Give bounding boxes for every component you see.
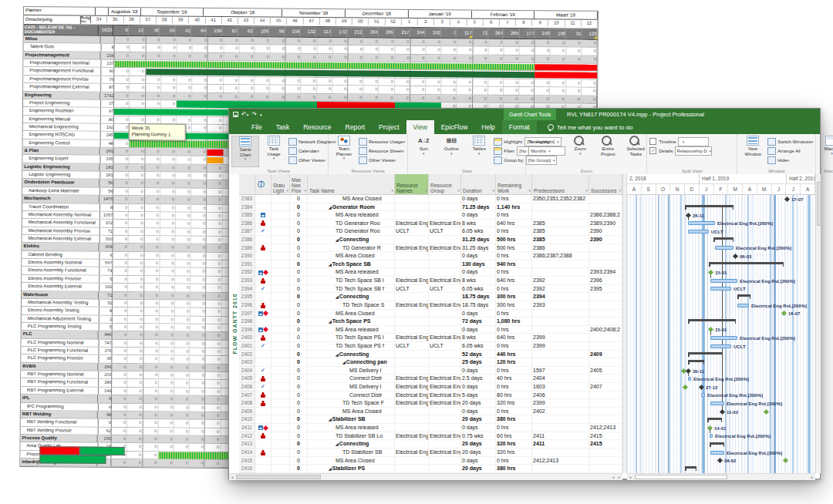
gantt-task-bar[interactable] <box>710 279 737 283</box>
gantt-milestone-icon[interactable] <box>733 254 738 259</box>
team-planner-button[interactable]: Team Planner▾ <box>331 136 357 167</box>
details-control[interactable]: ✓DetailsRelationship D <box>649 146 734 155</box>
outline-button[interactable]: ⊞⊟Outline▾ <box>438 136 464 167</box>
column-header-Statu Light[interactable]: Statu Light <box>271 174 290 194</box>
gantt-summary-bar[interactable] <box>688 319 736 321</box>
task-row[interactable]: 23850MS Area released0 days0 hrs2386;238… <box>239 211 622 220</box>
task-row[interactable]: 24030◢Connecting pan25 days120 hrs <box>239 358 622 367</box>
save-icon[interactable] <box>233 112 238 117</box>
qat-customize-icon[interactable]: ▾ <box>260 112 262 118</box>
task-row[interactable]: 2406✓0MS Delivery lElectrical EngElectri… <box>239 383 622 391</box>
gantt-chart-button[interactable]: Gantt Chart▾ <box>231 136 259 167</box>
table-scroll-thumb[interactable] <box>236 475 321 479</box>
column-header-Remaining Work[interactable]: Remaining Work <box>496 174 532 194</box>
tab-view[interactable]: View <box>406 120 434 134</box>
task-row[interactable]: 23930TD Tech Space SB lElectrical EngEle… <box>239 277 622 285</box>
hide-button[interactable]: Hide▾ <box>767 156 813 164</box>
gantt-milestone-icon[interactable] <box>699 385 704 390</box>
collapse-triangle-icon[interactable]: ◢ <box>329 262 332 267</box>
sort-button[interactable]: A↓ZSort▾ <box>410 136 437 167</box>
task-row[interactable]: 2404✓0MS Delivery l0 days0 hrs15972405 <box>239 367 622 375</box>
scroll-right-arrow2[interactable]: ▸ <box>616 474 622 480</box>
undo-icon[interactable]: ↶▾ <box>241 112 248 118</box>
gantt-task-bar[interactable] <box>710 336 737 340</box>
collapse-triangle-icon[interactable]: ◢ <box>336 352 339 357</box>
macros-button[interactable]: Macros▾ <box>818 136 833 167</box>
gantt-task-bar[interactable] <box>710 434 713 438</box>
gantt-task-bar[interactable] <box>710 344 731 348</box>
tab-report[interactable]: Report <box>339 120 373 134</box>
task-row[interactable]: 24100◢Stabilizer SB20 days380 hrs <box>239 415 622 424</box>
timeline-control[interactable]: Timeline <box>649 137 734 146</box>
column-header-Task Name[interactable]: Task Name <box>308 174 395 194</box>
gantt-summary-bar[interactable] <box>688 352 723 354</box>
gantt-task-bar[interactable] <box>715 246 734 250</box>
task-row[interactable]: 24020◢Connecting52 days440 hrs2409 <box>239 351 622 359</box>
gantt-summary-bar[interactable] <box>710 442 724 445</box>
other-views-2-button[interactable]: Other Views▾ <box>359 156 405 164</box>
tab-epicflow[interactable]: EpicFlow <box>434 120 474 134</box>
arrange-all-button[interactable]: Arrange All <box>767 146 813 155</box>
gantt-milestone-icon[interactable] <box>720 409 725 415</box>
gantt-milestone-icon[interactable] <box>784 196 790 201</box>
entire-project-button[interactable]: Entire Project <box>595 136 621 167</box>
gantt-task-bar[interactable] <box>737 304 749 307</box>
task-row[interactable]: 23840◢Generator Room71.25 days1,140 hrs <box>239 203 622 212</box>
task-row[interactable]: 23970MS Area Closed0 days0 hrs <box>239 310 622 318</box>
task-row[interactable]: 24070Connect DistrElectrical EngElectric… <box>239 391 622 400</box>
details-checkbox[interactable]: ✓ <box>649 147 656 154</box>
collapse-triangle-icon[interactable]: ◢ <box>342 360 346 365</box>
task-row[interactable]: 23890TD Generator RElectrical EngElectri… <box>239 244 622 253</box>
task-row[interactable]: 24160◢Stabilizer PS20 days380 hrs <box>239 465 622 473</box>
task-row[interactable]: 23920MS Area released0 days0 hrs2393;239… <box>239 268 622 277</box>
gantt-task-bar[interactable] <box>701 393 705 397</box>
gantt-task-bar[interactable] <box>710 402 724 405</box>
timescale-dropdown[interactable]: Months <box>528 146 565 156</box>
gantt-scroll-right-arrow[interactable]: ▸ <box>809 474 815 480</box>
new-window-button[interactable]: New Window <box>740 136 766 167</box>
column-header-i[interactable]: ⓘ <box>255 174 271 194</box>
column-header-Successors[interactable]: Successors <box>589 174 622 194</box>
gantt-summary-bar[interactable] <box>685 205 734 207</box>
gantt-scroll-left-arrow[interactable]: ◂ <box>627 474 633 480</box>
task-row[interactable]: 24130◢Connecting20 days320 hrs24112415 <box>239 440 622 449</box>
gantt-summary-bar[interactable] <box>688 360 704 362</box>
task-row[interactable]: 24080TD Tech Space FElectrical EngElectr… <box>239 399 622 408</box>
tables-button[interactable]: Tables▾ <box>466 136 492 167</box>
zoom-button[interactable]: Zoom▾ <box>567 136 593 167</box>
task-row[interactable]: 24000TD Tech Space PS lElectrical EngEle… <box>239 334 622 342</box>
task-row[interactable]: 23950◢Connecting18.75 days300 hrs2394 <box>239 293 622 301</box>
details-view-dropdown[interactable]: Relationship D <box>675 146 712 156</box>
task-row[interactable]: 2394✓0TD Tech Space SB fUCLTUCLT6.05 wks… <box>239 285 622 294</box>
vertical-scrollbar[interactable] <box>815 174 821 473</box>
scroll-left-arrow[interactable]: ◂ <box>229 474 235 480</box>
gantt-summary-bar[interactable] <box>713 237 734 240</box>
task-row[interactable]: 23900MS Area Closed0 days0 hrs2386;2387;… <box>239 252 622 260</box>
resource-usage-button[interactable]: Resource Usage▾ <box>359 137 405 146</box>
task-row[interactable]: 23910◢Tech Space SB130 days940 hrs <box>239 260 622 269</box>
task-row[interactable]: 23880◢Connecting31.25 days500 hrs2385239… <box>239 236 622 244</box>
tab-file[interactable]: File <box>245 120 269 134</box>
column-header-id[interactable] <box>239 174 255 194</box>
task-row[interactable]: 23980◢Tech Space PS72 days1,080 hrs <box>239 318 622 326</box>
task-row[interactable]: 24150MS Area Closed0 days0 hrs2412;2413 <box>239 457 622 465</box>
gantt-scroll-thumb[interactable] <box>635 475 727 479</box>
timeline-checkbox[interactable] <box>649 138 656 145</box>
tab-project[interactable]: Project <box>372 120 406 134</box>
tab-help[interactable]: Help <box>474 120 501 134</box>
collapse-triangle-icon[interactable]: ◢ <box>336 294 339 299</box>
task-row[interactable]: 24120TD Stabilizer SB LoElectrical EngEl… <box>239 432 622 441</box>
task-row[interactable]: 23960TD Tech Space SElectrical EngElectr… <box>239 301 622 310</box>
column-header-Max Nee Flov[interactable]: Max Nee Flov <box>290 174 308 194</box>
collapse-triangle-icon[interactable]: ◢ <box>336 237 339 242</box>
column-header-Duration[interactable]: Duration <box>461 174 496 194</box>
gantt-summary-bar[interactable] <box>737 294 750 297</box>
task-row[interactable]: 2387✓0TD Generator RooUCLTUCLT6.05 wks0 … <box>239 227 622 236</box>
task-row[interactable]: 24140TD Stabilizer SBElectrical EngElect… <box>239 449 622 457</box>
gantt-task-bar[interactable] <box>710 287 731 291</box>
task-row[interactable]: 2401✓0TD Tech Space PS fUCLTUCLT6.05 wks… <box>239 342 622 351</box>
gantt-summary-bar[interactable] <box>685 466 696 469</box>
gantt-summary-bar[interactable] <box>707 418 722 420</box>
collapse-triangle-icon[interactable]: ◢ <box>329 466 332 471</box>
gantt-task-bar[interactable] <box>688 230 709 234</box>
